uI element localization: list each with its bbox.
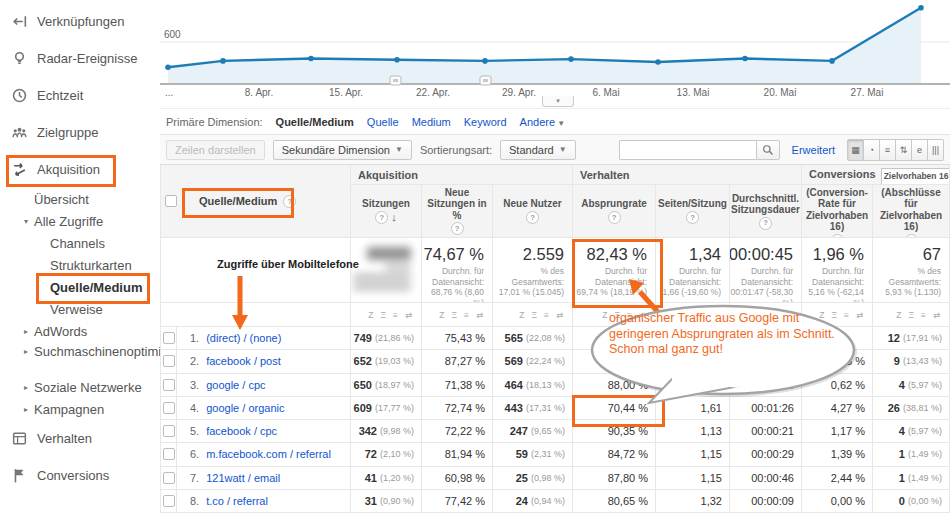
help-icon[interactable]: ? <box>759 217 772 230</box>
plain-value-icon[interactable]: Z <box>519 310 524 320</box>
data-point[interactable] <box>918 5 924 11</box>
source-medium-link[interactable]: facebook / post <box>206 355 281 367</box>
secondary-dimension-button[interactable]: Sekundäre Dimension▼ <box>273 140 412 160</box>
row-checkbox[interactable] <box>163 379 175 391</box>
data-point[interactable] <box>482 58 488 64</box>
pivot-view-icon[interactable]: ||| <box>928 139 944 161</box>
percentage-view-icon[interactable]: ◔ <box>864 139 880 161</box>
percent-bars-icon[interactable]: Ξ <box>831 310 837 320</box>
plain-value-icon[interactable]: Z <box>748 310 753 320</box>
column-header-4[interactable]: Absprungrate? <box>573 185 656 238</box>
sidebar-item-adwords[interactable]: ▸AdWords <box>0 320 160 342</box>
data-point[interactable] <box>220 58 226 64</box>
term-cloud-view-icon[interactable]: e <box>912 139 928 161</box>
row-checkbox[interactable] <box>163 495 175 507</box>
sidebar-item-alle-zugriffe[interactable]: ▾Alle Zugriffe <box>0 210 160 232</box>
advanced-filter-link[interactable]: Erweitert <box>792 144 835 156</box>
comparison-icon[interactable]: ⇄ <box>713 310 720 320</box>
primary-dimension-option-quelle[interactable]: Quelle <box>367 116 399 128</box>
primary-dimension-option-keyword[interactable]: Keyword <box>464 116 507 128</box>
select-all-checkbox[interactable] <box>165 195 177 207</box>
search-icon[interactable] <box>756 140 780 160</box>
comparison-icon[interactable]: ⇄ <box>405 310 412 320</box>
primary-dimension-option-medium[interactable]: Medium <box>412 116 451 128</box>
row-checkbox[interactable] <box>163 402 175 414</box>
sidebar-item-conversions[interactable]: Conversions <box>0 457 160 494</box>
column-header-1[interactable]: Sitzungen?↓ <box>351 185 422 238</box>
data-point[interactable] <box>165 64 171 70</box>
sidebar-item-akquisition[interactable]: Akquisition <box>0 151 160 188</box>
help-icon[interactable]: ? <box>283 195 296 208</box>
goal-selector-dropdown[interactable]: Zielvorhaben 16: Besuchs <box>881 168 950 185</box>
sidebar-item-echtzeit[interactable]: Echtzeit <box>0 77 160 114</box>
percent-bars-icon[interactable]: Ξ <box>380 310 386 320</box>
plain-value-icon[interactable]: Z <box>676 310 681 320</box>
source-medium-link[interactable]: google / cpc <box>206 379 265 391</box>
performance-view-icon[interactable]: ≡ <box>880 139 896 161</box>
sidebar-item-kampagnen[interactable]: ▸Kampagnen <box>0 398 160 420</box>
sidebar-item-soziale-netzwerke[interactable]: ▸Soziale Netzwerke <box>0 376 160 398</box>
percent-bars-icon[interactable]: Ξ <box>908 310 914 320</box>
row-checkbox[interactable] <box>163 448 175 460</box>
performance-bars-icon[interactable]: ≡ <box>773 310 778 320</box>
source-medium-link[interactable]: (direct) / (none) <box>206 332 281 344</box>
comparison-view-icon[interactable]: ⇅ <box>896 139 912 161</box>
sidebar-item-verhalten[interactable]: Verhalten <box>0 420 160 457</box>
comparison-icon[interactable]: ⇄ <box>639 310 646 320</box>
sidebar-item-verweise[interactable]: Verweise <box>0 298 160 320</box>
plot-rows-button[interactable]: Zeilen darstellen <box>166 140 265 160</box>
performance-bars-icon[interactable]: ≡ <box>464 310 469 320</box>
sidebar-item-uebersicht[interactable]: Übersicht <box>0 188 160 210</box>
source-medium-link[interactable]: facebook / cpc <box>206 425 277 437</box>
help-icon[interactable]: ? <box>526 211 539 224</box>
column-header-5[interactable]: Seiten/Sitzung? <box>656 185 730 238</box>
column-header-8[interactable]: Besuchszeit (Abschlüsse für Zielvorhaben… <box>873 185 950 238</box>
data-point[interactable] <box>308 56 314 62</box>
primary-dimension-option-quelle-medium[interactable]: Quelle/Medium <box>276 116 354 128</box>
performance-bars-icon[interactable]: ≡ <box>627 310 632 320</box>
comparison-icon[interactable]: ⇄ <box>785 310 792 320</box>
help-icon[interactable]: ? <box>608 211 621 224</box>
sidebar-item-zielgruppe[interactable]: Zielgruppe <box>0 114 160 151</box>
source-medium-link[interactable]: m.facebook.com / referral <box>206 448 331 460</box>
table-view-icon[interactable]: ▦ <box>847 139 864 161</box>
sidebar-item-channels[interactable]: Channels <box>0 232 160 254</box>
sidebar-item-strukturkarten[interactable]: Strukturkarten <box>0 254 160 276</box>
row-checkbox[interactable] <box>163 425 175 437</box>
plain-value-icon[interactable]: Z <box>896 310 901 320</box>
column-header-source-medium[interactable]: Quelle/Medium? <box>183 195 296 208</box>
sidebar-item-radar-ereignisse[interactable]: Radar-Ereignisse <box>0 40 160 77</box>
plain-value-icon[interactable]: Z <box>439 310 444 320</box>
help-icon[interactable]: ? <box>375 211 388 224</box>
help-icon[interactable]: ? <box>451 222 464 235</box>
source-medium-link[interactable]: google / organic <box>206 402 284 414</box>
row-checkbox[interactable] <box>163 472 175 484</box>
table-search-input[interactable] <box>619 140 756 160</box>
performance-bars-icon[interactable]: ≡ <box>393 310 398 320</box>
comparison-icon[interactable]: ⇄ <box>933 310 940 320</box>
sidebar-item-seo[interactable]: ▸Suchmaschinenoptimierung <box>0 342 160 376</box>
column-header-3[interactable]: Neue Nutzer? <box>493 185 573 238</box>
performance-bars-icon[interactable]: ≡ <box>701 310 706 320</box>
data-point[interactable] <box>394 57 400 63</box>
column-header-6[interactable]: Durchschnittl. Sitzungsdauer? <box>730 185 802 238</box>
column-header-7[interactable]: Besuchszeit (Conversion-Rate für Zielvor… <box>802 185 873 238</box>
row-checkbox[interactable] <box>163 355 175 367</box>
data-point[interactable] <box>829 58 835 64</box>
source-medium-link[interactable]: 121watt / email <box>206 472 280 484</box>
plain-value-icon[interactable]: Z <box>819 310 824 320</box>
primary-dimension-option-andere[interactable]: Andere ▼ <box>520 116 566 128</box>
percent-bars-icon[interactable]: Ξ <box>760 310 766 320</box>
comparison-icon[interactable]: ⇄ <box>556 310 563 320</box>
sidebar-item-quelle-medium[interactable]: Quelle/Medium <box>0 276 160 298</box>
plain-value-icon[interactable]: Z <box>368 310 373 320</box>
sidebar-item-verknuepfungen[interactable]: Verknüpfungen <box>0 3 160 40</box>
data-point[interactable] <box>655 59 661 65</box>
chart-collapse-tab[interactable]: ▾ <box>542 96 574 107</box>
row-checkbox[interactable] <box>163 332 175 344</box>
percent-bars-icon[interactable]: Ξ <box>451 310 457 320</box>
plain-value-icon[interactable]: Z <box>602 310 607 320</box>
data-point[interactable] <box>568 56 574 62</box>
comparison-icon[interactable]: ⇄ <box>856 310 863 320</box>
help-icon[interactable]: ? <box>686 211 699 224</box>
